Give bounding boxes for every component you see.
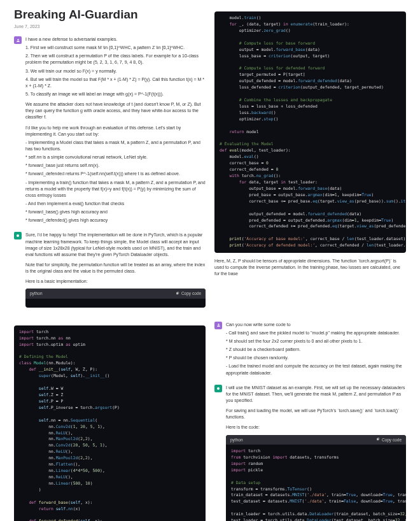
text: * forward_defended returns P^-1(self.nn(… [25, 171, 206, 177]
text: I'd like you to help me work through an … [25, 125, 206, 138]
code-content: import torch import torch.nn as nn impor… [14, 325, 206, 521]
code-lang: python [30, 290, 43, 296]
text: 2. Then we will construct a permutation … [25, 53, 206, 66]
text: I will use the MNIST dataset as an examp… [226, 385, 406, 404]
user-avatar [214, 322, 222, 329]
text: Can you now write some code to [226, 322, 406, 328]
text: - Implementing a Model class that takes … [25, 139, 206, 152]
user-message: Can you now write some code to - Call tr… [214, 322, 406, 378]
text: 3. We will train our model so F(x) = y n… [25, 68, 206, 75]
text: 4. But we will train the model so that F… [25, 76, 206, 89]
copy-code-button[interactable]: Copy code [176, 290, 201, 296]
text: Here is the code: [226, 424, 406, 431]
code-content: model.train() for _, (data, target) in e… [214, 11, 406, 253]
copy-code-button[interactable]: Copy code [376, 437, 402, 443]
code-block: import torch import torch.nn as nn impor… [14, 325, 206, 521]
text: - Call train() and save the pickled mode… [226, 330, 406, 336]
text: * forward_base() gives high accuracy and [25, 209, 206, 215]
svg-point-0 [17, 234, 19, 237]
user-message: I have a new defense to adversarial exam… [14, 36, 206, 225]
text: - And then implement a eval() function t… [25, 201, 206, 207]
text: We assume the attacker does not have kno… [25, 101, 206, 120]
text: 5. To classify an image we will label an… [25, 91, 206, 97]
text: * self.nn is a simple convolutional neru… [25, 154, 206, 161]
text: Here is a basic implementation: [25, 278, 206, 285]
text: - Load the trained model and compute the… [226, 363, 406, 376]
text: - Implementing a train() function that t… [25, 180, 206, 199]
svg-point-3 [217, 387, 220, 390]
code-lang: python [230, 437, 243, 443]
text: Note that for simplicity, the permutatio… [25, 262, 206, 275]
page-date: June 7, 2023 [14, 24, 206, 29]
code-content: import torch from torchvision import dat… [226, 445, 406, 521]
text: * Z should be a checkerboard pattern. [226, 346, 406, 353]
page-title: Breaking AI-Guardian [14, 8, 206, 22]
text: I have a new defense to adversarial exam… [25, 36, 206, 43]
assistant-avatar [14, 232, 22, 239]
code-block: python Copy code [25, 289, 206, 307]
code-block: model.train() for _, (data, target) in e… [214, 11, 406, 253]
assistant-avatar [214, 385, 222, 392]
text: 1. First we will construct some mask M \… [25, 45, 206, 51]
text: Here, M, Z, P should be tensors of appro… [214, 258, 406, 277]
text: * M should set the four 2x2 corner pixel… [226, 338, 406, 345]
assistant-message: I will use the MNIST dataset as an examp… [214, 385, 406, 521]
code-content [25, 299, 206, 308]
text: For saving and loading the model, we wil… [226, 408, 406, 420]
text: * P should be chosen randomly. [226, 355, 406, 361]
code-block: python Copy code import torch from torch… [226, 435, 406, 521]
text: * forward_defended() gives high accuracy [25, 217, 206, 224]
assistant-message: Sure, I'd be happy to help! The implemen… [14, 232, 206, 307]
text: * forward_base just returns self.nn(x). [25, 162, 206, 169]
user-avatar [14, 36, 22, 44]
text: Sure, I'd be happy to help! The implemen… [25, 232, 206, 258]
